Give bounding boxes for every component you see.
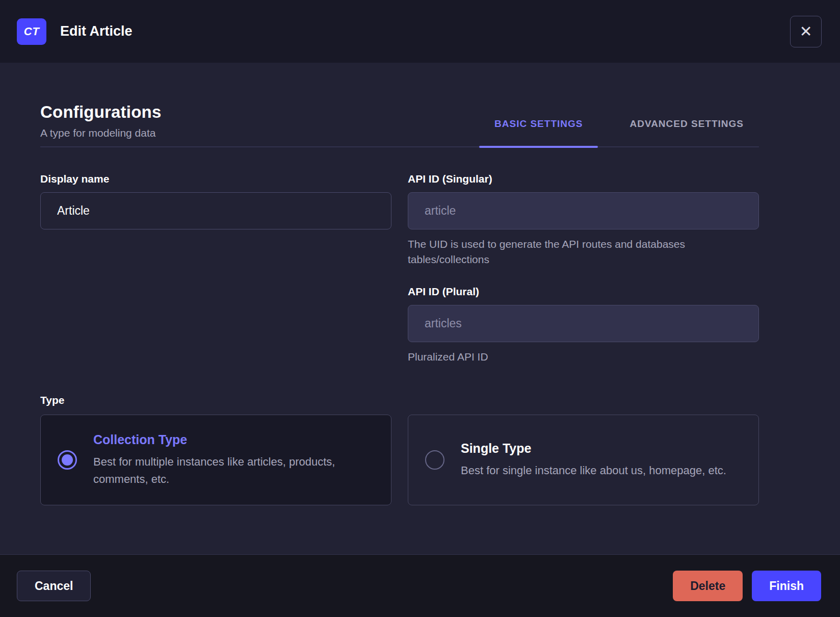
api-id-singular-input[interactable] xyxy=(408,192,759,229)
collection-type-description: Best for multiple instances like article… xyxy=(93,453,374,488)
single-type-radio-icon[interactable] xyxy=(425,450,444,470)
collection-type-radio-icon[interactable] xyxy=(58,450,77,470)
api-id-singular-label: API ID (Singular) xyxy=(408,173,759,185)
heading-block: Configurations A type for modeling data xyxy=(40,102,161,146)
api-id-plural-label: API ID (Plural) xyxy=(408,286,759,298)
api-id-plural-hint: Pluralized API ID xyxy=(408,349,734,365)
display-name-label: Display name xyxy=(40,173,391,185)
delete-button[interactable]: Delete xyxy=(673,571,743,601)
single-type-description: Best for single instance like about us, … xyxy=(461,462,726,479)
page-title: Configurations xyxy=(40,102,161,122)
type-options: Collection Type Best for multiple instan… xyxy=(40,415,759,505)
title-row: Configurations A type for modeling data … xyxy=(40,102,759,147)
collection-type-title: Collection Type xyxy=(93,432,374,447)
api-id-plural-input[interactable] xyxy=(408,305,759,342)
close-icon: ✕ xyxy=(799,24,812,39)
modal-footer: Cancel Delete Finish xyxy=(0,554,840,617)
type-section: Type Collection Type Best for multiple i… xyxy=(40,394,759,505)
modal-title: Edit Article xyxy=(60,23,133,39)
content-type-badge: CT xyxy=(17,18,46,45)
form-left-column: Display name xyxy=(40,173,391,383)
type-label: Type xyxy=(40,394,759,406)
finish-button[interactable]: Finish xyxy=(752,571,821,601)
type-option-collection[interactable]: Collection Type Best for multiple instan… xyxy=(40,415,391,505)
close-button[interactable]: ✕ xyxy=(790,16,822,47)
api-id-singular-field-group: API ID (Singular) The UID is used to gen… xyxy=(408,173,759,267)
configuration-form: Display name API ID (Singular) The UID i… xyxy=(40,173,759,383)
modal-body: Configurations A type for modeling data … xyxy=(0,63,840,554)
form-right-column: API ID (Singular) The UID is used to gen… xyxy=(408,173,759,383)
display-name-field-group: Display name xyxy=(40,173,391,229)
api-id-plural-field-group: API ID (Plural) Pluralized API ID xyxy=(408,286,759,365)
tab-basic-settings[interactable]: BASIC SETTINGS xyxy=(479,118,598,146)
cancel-button[interactable]: Cancel xyxy=(17,571,91,601)
settings-tabs: BASIC SETTINGS ADVANCED SETTINGS xyxy=(479,118,759,146)
display-name-input[interactable] xyxy=(40,192,391,229)
page-subtitle: A type for modeling data xyxy=(40,127,161,139)
single-type-title: Single Type xyxy=(461,441,726,456)
edit-article-modal: CT Edit Article ✕ Configurations A type … xyxy=(0,0,840,617)
single-type-texts: Single Type Best for single instance lik… xyxy=(461,441,726,479)
type-option-single[interactable]: Single Type Best for single instance lik… xyxy=(408,415,759,505)
modal-header: CT Edit Article ✕ xyxy=(0,0,840,63)
api-id-singular-hint: The UID is used to generate the API rout… xyxy=(408,237,734,267)
collection-type-texts: Collection Type Best for multiple instan… xyxy=(93,432,374,488)
content-type-badge-label: CT xyxy=(24,25,39,38)
tab-advanced-settings[interactable]: ADVANCED SETTINGS xyxy=(614,118,759,146)
